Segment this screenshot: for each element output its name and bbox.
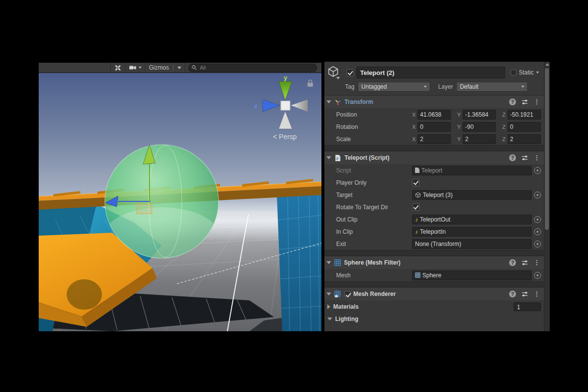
- toolbar-spacer: [39, 63, 111, 73]
- rotate-to-target-checkbox[interactable]: [412, 203, 419, 211]
- object-picker-icon[interactable]: [534, 167, 541, 174]
- tools-button[interactable]: [111, 63, 125, 73]
- rotation-z-field[interactable]: 0: [508, 122, 541, 132]
- kebab-menu-icon[interactable]: [534, 259, 540, 266]
- section-divider: [324, 281, 544, 287]
- scale-z-field[interactable]: 2: [508, 134, 541, 144]
- rotation-y-field[interactable]: -90: [463, 122, 496, 132]
- camera-view-dropdown[interactable]: [125, 63, 146, 73]
- script-object-field[interactable]: Teleport: [412, 166, 532, 175]
- kebab-menu-icon[interactable]: [534, 291, 540, 297]
- object-picker-icon[interactable]: [534, 192, 541, 198]
- scrollbar-thumb[interactable]: [545, 68, 549, 230]
- scale-y-field[interactable]: 2: [463, 134, 496, 144]
- chevron-down-icon: [336, 77, 340, 79]
- gameobject-name-field[interactable]: [356, 67, 505, 78]
- gizmos-label: Gizmos: [149, 64, 169, 71]
- search-input[interactable]: [199, 64, 314, 71]
- rotation-x-field[interactable]: 0: [417, 122, 451, 132]
- scroll-up-arrow-icon[interactable]: [545, 63, 549, 66]
- help-icon[interactable]: [509, 259, 516, 266]
- projection-label[interactable]: < Persp: [273, 133, 297, 141]
- position-z-field[interactable]: -50.1921: [508, 110, 541, 120]
- exit-object-field[interactable]: None (Transform): [412, 239, 532, 249]
- chevron-down-icon: [139, 67, 142, 69]
- audio-clip-icon: [415, 229, 418, 235]
- foldout-icon[interactable]: [326, 261, 331, 264]
- axis-z-label: Z: [502, 112, 506, 118]
- unity-editor: { "scene_view": { "toolbar": { "gizmos_l…: [0, 0, 588, 392]
- rotation-row: Rotation X 0 Y -90 Z 0: [324, 121, 544, 133]
- active-checkbox[interactable]: [346, 69, 354, 76]
- mesh-object-field[interactable]: Sphere: [412, 270, 532, 280]
- presets-icon[interactable]: [521, 154, 528, 161]
- gameobject-icon-button[interactable]: [327, 66, 344, 79]
- scene-canvas[interactable]: y z < Persp: [39, 73, 321, 331]
- position-x-field[interactable]: 41.0638: [417, 110, 451, 120]
- tag-dropdown[interactable]: Untagged: [358, 82, 430, 92]
- inspector-scrollbar[interactable]: [544, 62, 550, 331]
- transform-header[interactable]: Transform: [324, 95, 544, 108]
- position-y-field[interactable]: -1.36584: [463, 110, 496, 120]
- kebab-menu-icon[interactable]: [534, 98, 540, 105]
- axis-z-label: Z: [502, 136, 506, 142]
- target-object-field[interactable]: Teleport (3): [412, 190, 532, 200]
- lighting-row[interactable]: Lighting: [324, 313, 544, 325]
- materials-row[interactable]: Materials 1: [324, 300, 544, 313]
- foldout-icon[interactable]: [327, 304, 330, 309]
- in-clip-label: In Clip: [336, 228, 412, 235]
- kebab-menu-icon[interactable]: [534, 154, 540, 161]
- help-icon[interactable]: [509, 154, 516, 161]
- camera-icon: [129, 65, 137, 71]
- help-icon[interactable]: [509, 98, 516, 105]
- scene-search-box[interactable]: [188, 64, 317, 72]
- presets-icon[interactable]: [521, 259, 528, 266]
- inspector-panel: Static Tag Untagged Layer Default: [324, 62, 550, 331]
- presets-icon[interactable]: [521, 98, 528, 105]
- mesh-renderer-enabled-checkbox[interactable]: [344, 291, 350, 297]
- layer-dropdown[interactable]: Default: [456, 82, 528, 92]
- gizmo-z-label[interactable]: z: [254, 102, 258, 110]
- gizmos-dropdown[interactable]: Gizmos: [146, 63, 185, 73]
- foldout-icon[interactable]: [326, 156, 331, 159]
- layer-value: Default: [460, 83, 478, 90]
- object-picker-icon[interactable]: [534, 228, 541, 235]
- object-picker-icon[interactable]: [534, 272, 541, 279]
- search-icon: [192, 65, 197, 71]
- mesh-filter-header[interactable]: Sphere (Mesh Filter): [324, 256, 544, 269]
- move-plane-handle[interactable]: [137, 204, 152, 214]
- static-checkbox[interactable]: [511, 70, 516, 75]
- divider: [173, 65, 173, 71]
- axis-x-label: X: [412, 136, 416, 142]
- tag-label: Tag: [345, 83, 354, 90]
- tools-icon: [114, 64, 122, 72]
- static-dropdown[interactable]: Static: [508, 69, 541, 76]
- blue-wall-right[interactable]: [277, 189, 321, 331]
- materials-size-field[interactable]: 1: [514, 302, 541, 311]
- in-clip-object-field[interactable]: TeleportIn: [412, 227, 532, 237]
- foldout-icon[interactable]: [327, 318, 332, 320]
- axis-y-label: Y: [457, 136, 461, 142]
- scale-x-field[interactable]: 2: [417, 134, 451, 144]
- target-row: Target Teleport (3): [324, 189, 544, 201]
- help-icon[interactable]: [509, 291, 516, 297]
- scene-view-panel: Gizmos: [39, 63, 321, 331]
- position-label: Position: [336, 111, 412, 118]
- player-only-row: Player Only: [324, 176, 544, 189]
- in-clip-value: TeleportIn: [420, 228, 446, 235]
- object-picker-icon[interactable]: [534, 241, 541, 247]
- presets-icon[interactable]: [521, 291, 528, 297]
- rotate-to-target-row: Rotate To Target Dir: [324, 201, 544, 213]
- mesh-renderer-header[interactable]: Mesh Renderer: [324, 287, 544, 300]
- foldout-icon[interactable]: [326, 100, 331, 103]
- gizmo-center-cube[interactable]: [281, 101, 290, 110]
- mesh-value: Sphere: [422, 272, 441, 279]
- player-only-checkbox[interactable]: [412, 179, 419, 186]
- gizmo-y-label[interactable]: y: [284, 74, 288, 81]
- axis-y-label: Y: [457, 112, 461, 118]
- object-picker-icon[interactable]: [534, 216, 541, 223]
- foldout-icon[interactable]: [326, 293, 331, 295]
- teleport-script-header[interactable]: # Teleport (Script): [324, 151, 544, 164]
- exit-label: Exit: [336, 241, 412, 247]
- out-clip-object-field[interactable]: TeleportOut: [412, 215, 532, 224]
